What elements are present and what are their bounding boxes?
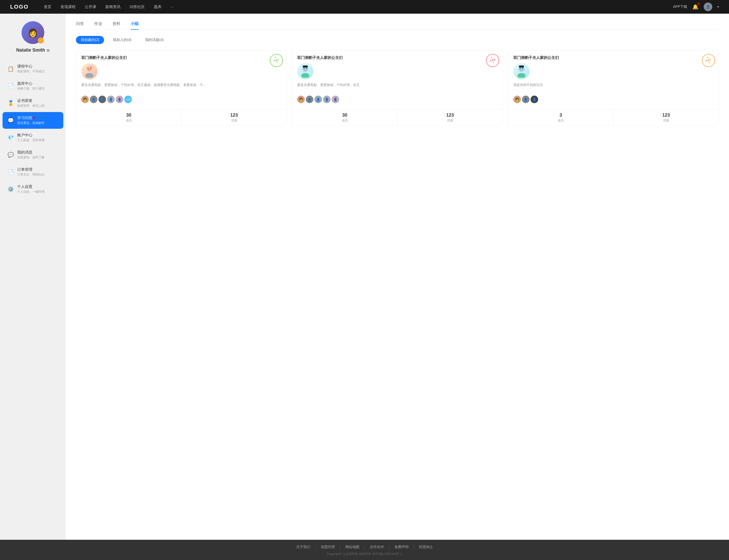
nav-home[interactable]: 首页 <box>44 5 51 9</box>
sidebar-profile: 👩 👑 Natalie Smith ⊞ <box>16 21 50 53</box>
group-card-2[interactable]: 双门洞豹子夫人家的公主们 ✦已申请✦ <box>292 50 503 126</box>
footer: 关于我们 加盟代理 网站地图 合作伙伴 免费声明 招贤纳士 Copyright©… <box>0 540 729 560</box>
svg-rect-14 <box>519 66 524 68</box>
settings-icon: ⚙️ <box>8 186 14 192</box>
footer-about[interactable]: 关于我们 <box>291 545 315 549</box>
card-1-desc: 爱音乐爱电影、更爱旅游，个性好强，但又谦虚、低调爱音乐爱电影、更爱旅游，个... <box>81 82 281 93</box>
notification-bell[interactable]: 🔔 <box>692 4 699 10</box>
tab-qa[interactable]: 问答 <box>76 21 84 30</box>
svg-point-2 <box>88 68 89 69</box>
svg-point-11 <box>517 73 526 78</box>
courses-icon: 📋 <box>8 66 14 72</box>
account-icon: 💎 <box>8 135 14 141</box>
member-avatar: 👤 <box>323 96 330 103</box>
card-3-title: 双门洞豹子夫人家的公主们 <box>513 55 714 60</box>
sub-tab-created[interactable]: 我创建的(2) <box>76 36 104 44</box>
card-3-stats: 3 成员 123 话题 <box>508 109 719 126</box>
sidebar-item-messages[interactable]: 💬 我的消息 消息通知、及时了解 <box>3 146 63 163</box>
footer-sitemap[interactable]: 网站地图 <box>340 545 364 549</box>
sub-tab-topics[interactable]: 我的话题(4) <box>140 36 168 44</box>
svg-point-1 <box>85 73 93 78</box>
member-avatar: 👤 <box>98 96 106 103</box>
header: LOGO 首页 发现课程 公开课 新闻资讯 问答社区 题库 ··· APP下载 … <box>0 0 729 14</box>
group-card-3[interactable]: 双门洞豹子夫人家的公主们 ✦审核中✦ <box>508 50 719 126</box>
orders-title: 订单管理 <box>17 167 58 172</box>
sidebar-item-courses[interactable]: 📋 课程中心 精彩课程、不容错过 <box>3 60 63 77</box>
footer-links: 关于我们 加盟代理 网站地图 合作伙伴 免费声明 招贤纳士 <box>0 545 729 549</box>
sidebar-menu: 📋 课程中心 精彩课程、不容错过 📄 题库中心 海量习题、助力通关 🏅 证书荣誉… <box>0 60 66 198</box>
sidebar-item-orders[interactable]: 📄 订单管理 订单支出、明明白白 <box>3 164 63 180</box>
nav-discover[interactable]: 发现课程 <box>60 5 76 9</box>
library-title: 题库中心 <box>17 81 58 86</box>
nav-library[interactable]: 题库 <box>154 5 161 9</box>
nav-more[interactable]: ··· <box>171 5 174 9</box>
library-icon: 📄 <box>8 83 14 89</box>
header-right: APP下载 🔔 👤 ▾ <box>673 3 719 11</box>
member-avatar: 👤 <box>90 96 97 103</box>
card-1-member-count: 30 成员 <box>76 110 181 126</box>
card-1-avatar <box>81 63 97 79</box>
card-1-header: 双门洞豹子夫人家的公主们 ✦已加入✦ <box>76 50 286 109</box>
card-3-header: 双门洞豹子夫人家的公主们 ✦审核中✦ <box>508 50 719 109</box>
settings-sub: 个人信息、一键管理 <box>17 190 58 194</box>
member-avatar: 🧑 <box>81 96 89 103</box>
card-1-stamp: ✦已加入✦ <box>268 52 284 69</box>
sub-tab-joined[interactable]: 我加入的(4) <box>108 36 136 44</box>
card-1-topic-count: 123 话题 <box>181 110 286 126</box>
orders-icon: 📄 <box>8 169 14 175</box>
sidebar-item-account[interactable]: 💎 账户中心 个人权益、实时掌握 <box>3 129 63 146</box>
nav-news[interactable]: 新闻资讯 <box>105 5 120 9</box>
group-card-1[interactable]: 双门洞豹子夫人家的公主们 ✦已加入✦ <box>76 50 287 126</box>
member-avatar: 👤 <box>107 96 115 103</box>
member-avatar: 👤 <box>116 96 123 103</box>
card-2-topic-count: 123 话题 <box>398 110 503 126</box>
groups-grid: 双门洞豹子夫人家的公主们 ✦已加入✦ <box>76 50 719 126</box>
vip-badge: 👑 <box>38 37 44 44</box>
tab-materials[interactable]: 资料 <box>112 21 120 30</box>
footer-jobs[interactable]: 招贤纳士 <box>414 545 438 549</box>
svg-rect-9 <box>303 66 308 68</box>
tabs-row: 问答 作业 资料 小组 <box>76 21 719 30</box>
card-3-avatar <box>513 63 530 79</box>
nav-qa[interactable]: 问答社区 <box>130 5 145 9</box>
footer-disclaimer[interactable]: 免费声明 <box>389 545 414 549</box>
orders-sub: 订单支出、明明白白 <box>17 173 58 177</box>
sidebar-item-qa[interactable]: 💬 学习问答 课后重温、疑难解答 <box>3 112 63 129</box>
card-3-stamp: ✦审核中✦ <box>700 52 717 69</box>
account-title: 账户中心 <box>17 133 58 138</box>
card-2-title: 双门洞豹子夫人家的公主们 <box>297 55 497 60</box>
footer-franchise[interactable]: 加盟代理 <box>315 545 340 549</box>
sidebar-item-library[interactable]: 📄 题库中心 海量习题、助力通关 <box>3 78 63 94</box>
certificates-title: 证书荣誉 <box>17 98 58 103</box>
courses-sub: 精彩课程、不容错过 <box>17 69 58 74</box>
main-nav: 首页 发现课程 公开课 新闻资讯 问答社区 题库 ··· <box>44 5 673 9</box>
edit-icon[interactable]: ⊞ <box>47 48 50 52</box>
card-1-members: 🧑 👤 👤 👤 👤 +15 <box>81 96 281 103</box>
card-2-avatar <box>297 63 313 79</box>
tab-homework[interactable]: 作业 <box>94 21 102 30</box>
svg-point-7 <box>303 68 304 69</box>
sidebar-item-settings[interactable]: ⚙️ 个人设置 个人信息、一键管理 <box>3 181 63 198</box>
app-download[interactable]: APP下载 <box>673 5 687 9</box>
card-2-members: 🧑 👤 👤 👤 👤 <box>297 96 497 103</box>
logo: LOGO <box>10 4 29 10</box>
chevron-down-icon[interactable]: ▾ <box>717 5 719 9</box>
card-3-member-count: 3 成员 <box>508 110 614 126</box>
library-sub: 海量习题、助力通关 <box>17 87 58 91</box>
footer-partner[interactable]: 合作伙伴 <box>364 545 389 549</box>
card-2-stamp: ✦已申请✦ <box>485 52 501 69</box>
courses-title: 课程中心 <box>17 64 58 69</box>
messages-title: 我的消息 <box>17 150 58 155</box>
footer-copyright: Copyright© 云朵商学院 版权所有 京ICP备17051340号-1 <box>0 552 729 556</box>
sidebar-avatar-wrap: 👩 👑 <box>22 21 44 44</box>
sidebar-item-certificates[interactable]: 🏅 证书荣誉 收获荣誉、持证上岗 <box>3 95 63 112</box>
qa-title: 学习问答 <box>17 116 58 120</box>
qa-sub: 课后重温、疑难解答 <box>17 121 58 125</box>
user-avatar[interactable]: 👤 <box>704 3 712 11</box>
messages-sub: 消息通知、及时了解 <box>17 155 58 160</box>
member-avatar: 👤 <box>306 96 313 103</box>
tab-groups[interactable]: 小组 <box>131 21 139 30</box>
nav-opencourse[interactable]: 公开课 <box>85 5 96 9</box>
member-avatar: 👤 <box>331 96 339 103</box>
bell-icon: 🔔 <box>692 4 699 10</box>
